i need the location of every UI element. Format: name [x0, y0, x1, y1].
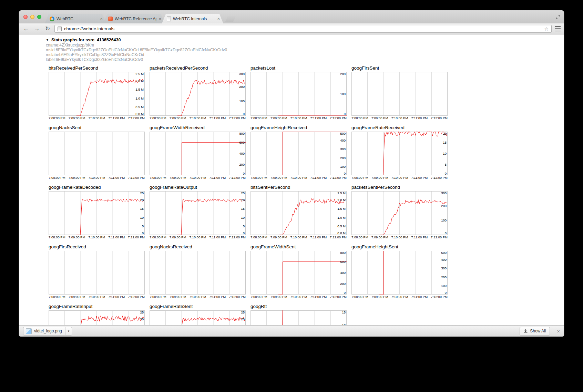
- tab-webrtc-reference-app[interactable]: WebRTC Reference App ×: [103, 14, 165, 23]
- tab-close-icon[interactable]: ×: [217, 17, 220, 21]
- collapse-triangle-icon[interactable]: ▼: [46, 37, 49, 43]
- x-axis-tick-label: 7:11:00 PM: [108, 295, 125, 299]
- stat-chart-googFrameWidthSent: googFrameWidthSent80060040020007:08:00 P…: [250, 244, 347, 299]
- x-axis-tick-label: 7:11:00 PM: [209, 235, 226, 239]
- chart-x-axis-labels: 7:08:00 PM7:09:00 PM7:10:00 PM7:11:00 PM…: [150, 116, 246, 120]
- back-button[interactable]: ←: [22, 25, 30, 32]
- x-axis-tick-label: 7:10:00 PM: [89, 235, 105, 239]
- y-axis-tick-label: 15: [241, 207, 245, 210]
- minimize-window-button[interactable]: [30, 15, 34, 19]
- x-axis-tick-label: 7:11:00 PM: [310, 295, 327, 299]
- x-axis-tick-label: 7:08:00 PM: [351, 235, 368, 239]
- x-axis-tick-label: 7:11:00 PM: [108, 235, 125, 239]
- y-axis-tick-label: 300: [441, 266, 447, 270]
- x-axis-tick-label: 7:12:00 PM: [128, 295, 145, 299]
- y-axis-tick-label: 0: [445, 291, 447, 295]
- x-axis-tick-label: 7:12:00 PM: [128, 176, 145, 179]
- chart-plot: 2520151050: [49, 310, 145, 325]
- chart-plot: 2520151050: [150, 310, 246, 325]
- tab-close-icon[interactable]: ×: [158, 17, 161, 21]
- url-text[interactable]: chrome://webrtc-internals: [64, 26, 542, 31]
- download-dropdown-caret-icon[interactable]: ▾: [65, 327, 70, 335]
- y-axis-tick-label: 300: [441, 191, 447, 195]
- y-axis-tick-label: 500: [340, 132, 346, 135]
- y-axis-tick-label: 1.0 M: [337, 216, 346, 219]
- x-axis-tick-label: 7:12:00 PM: [229, 295, 246, 299]
- fullscreen-icon[interactable]: [556, 15, 560, 19]
- x-axis-tick-label: 7:12:00 PM: [330, 295, 347, 299]
- tab-strip: WebRTC × WebRTC Reference App × WebRTC I…: [19, 10, 564, 23]
- tab-title: WebRTC: [57, 17, 98, 21]
- y-axis-tick-label: 20: [140, 317, 144, 321]
- x-axis-tick-label: 7:12:00 PM: [128, 235, 145, 239]
- x-axis-tick-label: 7:10:00 PM: [391, 116, 408, 120]
- reload-button[interactable]: ↻: [44, 25, 51, 32]
- new-tab-button[interactable]: [225, 16, 236, 22]
- address-bar[interactable]: chrome://webrtc-internals ☆: [54, 25, 552, 33]
- stat-chart-bitsSentPerSecond: bitsSentPerSecond2.5 M2.0 M1.5 M1.0 M0.5…: [250, 185, 347, 239]
- chart-plot: 5004003002001000: [351, 251, 448, 295]
- x-axis-tick-label: 7:11:00 PM: [108, 176, 125, 179]
- y-axis-tick-label: 0: [243, 112, 245, 116]
- chart-plot: 5004003002001000: [250, 132, 347, 175]
- tab-webrtc[interactable]: WebRTC ×: [45, 14, 106, 23]
- menu-button[interactable]: [555, 26, 561, 31]
- y-axis-tick-label: 0: [445, 231, 447, 235]
- y-axis-tick-label: 0: [243, 172, 245, 175]
- x-axis-tick-label: 7:09:00 PM: [371, 176, 388, 179]
- show-all-label: Show All: [530, 329, 546, 333]
- tab-title: WebRTC Reference App: [115, 17, 156, 21]
- show-all-button[interactable]: Show All: [520, 327, 550, 336]
- y-axis-tick-label: 5: [243, 224, 245, 228]
- charts-grid: bitsReceivedPerSecond2.5 M2.0 M1.5 M1.0 …: [49, 65, 564, 325]
- page-content: ▼ Stats graphs for ssrc_4136526430 cname…: [19, 34, 564, 325]
- chart-x-axis-labels: 7:08:00 PM7:09:00 PM7:10:00 PM7:11:00 PM…: [150, 176, 246, 179]
- chart-plot: 2.5 M2.0 M1.5 M1.0 M0.5 M0.0 M: [49, 72, 145, 116]
- y-axis-tick-label: 200: [239, 85, 245, 89]
- close-window-button[interactable]: [23, 15, 28, 19]
- y-axis-tick-label: 10: [140, 216, 144, 219]
- chart-x-axis-labels: 7:08:00 PM7:09:00 PM7:10:00 PM7:11:00 PM…: [49, 295, 145, 299]
- chart-title: googFrameHeightReceived: [250, 125, 347, 131]
- zoom-window-button[interactable]: [37, 15, 41, 19]
- y-axis-tick-label: 0.0 M: [337, 231, 346, 235]
- y-axis-tick-label: 0.5 M: [337, 224, 346, 228]
- chart-title: bitsReceivedPerSecond: [49, 65, 145, 71]
- x-axis-tick-label: 7:08:00 PM: [351, 176, 368, 179]
- x-axis-tick-label: 7:11:00 PM: [209, 116, 226, 120]
- chart-title: googFrameRateInput: [49, 304, 145, 309]
- tab-title: WebRTC Internals: [173, 17, 215, 21]
- download-item[interactable]: vidtel_logo.png ▾: [23, 327, 72, 336]
- y-axis-tick-label: 300: [340, 147, 346, 151]
- x-axis-tick-label: 7:08:00 PM: [351, 295, 368, 299]
- page-favicon-icon: [58, 27, 62, 31]
- msid-text: msid:6E9laEYkyxlkTCxDgc82ZGoEhlCfxNuCKrO…: [46, 48, 564, 52]
- stat-chart-googFirsSent: googFirsSent7:08:00 PM7:09:00 PM7:10:00 …: [351, 65, 448, 120]
- download-bar-close-icon[interactable]: ×: [557, 329, 560, 334]
- x-axis-tick-label: 7:09:00 PM: [270, 295, 287, 299]
- chart-title: googFirsReceived: [49, 244, 145, 250]
- y-axis-tick-label: 1.5 M: [337, 207, 346, 210]
- bookmark-star-icon[interactable]: ☆: [544, 26, 549, 32]
- y-axis-tick-label: 400: [340, 271, 346, 275]
- y-axis-tick-label: 400: [239, 152, 245, 155]
- x-axis-tick-label: 7:09:00 PM: [371, 116, 388, 120]
- y-axis-tick-label: 100: [441, 284, 447, 288]
- tab-webrtc-internals[interactable]: WebRTC Internals ×: [162, 14, 223, 23]
- stat-chart-googFrameHeightReceived: googFrameHeightReceived50040030020010007…: [250, 125, 347, 179]
- chart-title: googNacksSent: [49, 125, 145, 131]
- browser-toolbar: ← → ↻ chrome://webrtc-internals ☆: [19, 23, 564, 34]
- x-axis-tick-label: 7:11:00 PM: [411, 116, 428, 120]
- y-axis-tick-label: 25: [140, 310, 144, 314]
- y-axis-tick-label: 0: [142, 231, 144, 235]
- chart-x-axis-labels: 7:08:00 PM7:09:00 PM7:10:00 PM7:11:00 PM…: [49, 116, 145, 120]
- chart-plot: 2.5 M2.0 M1.5 M1.0 M0.5 M0.0 M: [250, 191, 347, 235]
- tab-close-icon[interactable]: ×: [100, 17, 103, 21]
- chart-title: bitsSentPerSecond: [250, 185, 347, 190]
- stat-chart-googFrameHeightSent: googFrameHeightSent50040030020010007:08:…: [351, 244, 448, 299]
- stat-chart-googFrameRateSent: googFrameRateSent25201510507:08:00 PM7:0…: [150, 304, 246, 325]
- y-axis-tick-label: 25: [241, 191, 245, 195]
- chart-plot: [49, 132, 145, 175]
- forward-button[interactable]: →: [33, 25, 41, 32]
- stats-graphs-heading[interactable]: ▼ Stats graphs for ssrc_4136526430: [46, 37, 564, 43]
